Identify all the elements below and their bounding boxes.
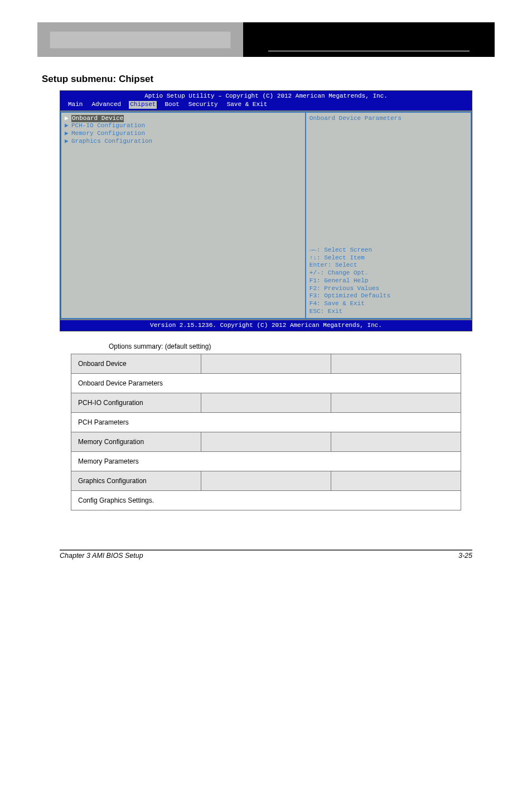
- table-cell-description: Memory Parameters: [71, 452, 461, 471]
- menu-item-memory-config[interactable]: ▶ Memory Configuration: [65, 130, 302, 138]
- banner-left-panel: [37, 22, 243, 57]
- table-cell: [201, 432, 331, 452]
- tab-save-exit[interactable]: Save & Exit: [226, 101, 269, 109]
- document-footer: Chapter 3 AMI BIOS Setup 3-25: [60, 550, 472, 560]
- bios-help-block: →←: Select Screen ↑↓: Select Item Enter:…: [309, 247, 467, 316]
- tab-main[interactable]: Main: [67, 101, 84, 109]
- table-cell: [331, 432, 461, 452]
- table-cell: [331, 471, 461, 491]
- banner-underline: [268, 51, 470, 51]
- bios-tab-row: Main Advanced Chipset Boot Security Save…: [60, 100, 472, 110]
- banner-right-panel: [243, 22, 495, 57]
- table-row: Memory Configuration: [71, 432, 461, 452]
- menu-item-label: Graphics Configuration: [71, 138, 152, 146]
- banner-inset-box: [50, 31, 231, 49]
- table-row: PCH Parameters: [71, 413, 461, 432]
- table-cell: PCH-IO Configuration: [71, 393, 201, 413]
- help-line: F1: General Help: [309, 277, 467, 285]
- submenu-arrow-icon: ▶: [65, 130, 69, 138]
- help-line: ESC: Exit: [309, 308, 467, 316]
- table-row: Graphics Configuration: [71, 471, 461, 491]
- table-cell: Onboard Device: [71, 354, 201, 374]
- table-row: Onboard Device Parameters: [71, 374, 461, 393]
- bios-body: ▶ Onboard Device ▶ PCH-IO Configuration …: [60, 110, 472, 319]
- menu-item-graphics-config[interactable]: ▶ Graphics Configuration: [65, 138, 302, 146]
- tab-advanced[interactable]: Advanced: [90, 101, 122, 109]
- bios-title-bar: Aptio Setup Utility – Copyright (C) 2012…: [60, 91, 472, 100]
- table-cell: [201, 471, 331, 491]
- options-table: Onboard Device Onboard Device Parameters…: [71, 354, 461, 510]
- tab-chipset[interactable]: Chipset: [129, 101, 157, 109]
- submenu-arrow-icon: ▶: [65, 122, 69, 130]
- tab-boot[interactable]: Boot: [163, 101, 180, 109]
- help-line: Enter: Select: [309, 262, 467, 269]
- menu-item-label: Memory Configuration: [71, 130, 145, 138]
- table-cell-description: Config Graphics Settings.: [71, 491, 461, 510]
- footer-page-number: 3-25: [458, 552, 472, 560]
- table-row: PCH-IO Configuration: [71, 393, 461, 413]
- menu-item-label: Onboard Device: [71, 115, 124, 123]
- options-summary-label: Options summary: (default setting): [109, 343, 495, 350]
- bios-version-footer: Version 2.15.1236. Copyright (C) 2012 Am…: [60, 319, 472, 331]
- bios-item-description: Onboard Device Parameters: [309, 115, 467, 123]
- table-row: Onboard Device: [71, 354, 461, 374]
- table-cell: [201, 393, 331, 413]
- table-cell: [331, 354, 461, 374]
- help-line: ↑↓: Select Item: [309, 254, 467, 262]
- table-cell-description: PCH Parameters: [71, 413, 461, 432]
- menu-item-onboard-device[interactable]: ▶ Onboard Device: [65, 115, 302, 123]
- table-cell: Memory Configuration: [71, 432, 201, 452]
- table-cell: [331, 393, 461, 413]
- help-line: F2: Previous Values: [309, 285, 467, 293]
- table-cell: Graphics Configuration: [71, 471, 201, 491]
- help-line: F4: Save & Exit: [309, 300, 467, 308]
- table-row: Config Graphics Settings.: [71, 491, 461, 510]
- footer-chapter: Chapter 3 AMI BIOS Setup: [60, 552, 143, 560]
- tab-security[interactable]: Security: [187, 101, 219, 109]
- section-title: Setup submenu: Chipset: [42, 74, 495, 85]
- bios-main-pane: ▶ Onboard Device ▶ PCH-IO Configuration …: [60, 112, 305, 319]
- table-row: Memory Parameters: [71, 452, 461, 471]
- bios-screenshot: Aptio Setup Utility – Copyright (C) 2012…: [60, 90, 472, 331]
- table-cell-description: Onboard Device Parameters: [71, 374, 461, 393]
- bios-side-pane: Onboard Device Parameters →←: Select Scr…: [305, 112, 472, 319]
- submenu-arrow-icon: ▶: [65, 138, 69, 146]
- help-line: +/-: Change Opt.: [309, 269, 467, 277]
- table-cell: [201, 354, 331, 374]
- menu-item-pch-io[interactable]: ▶ PCH-IO Configuration: [65, 122, 302, 130]
- menu-item-label: PCH-IO Configuration: [71, 122, 145, 130]
- help-line: →←: Select Screen: [309, 247, 467, 254]
- document-header-banner: [37, 22, 495, 57]
- submenu-arrow-icon: ▶: [65, 115, 69, 123]
- help-line: F3: Optimized Defaults: [309, 292, 467, 300]
